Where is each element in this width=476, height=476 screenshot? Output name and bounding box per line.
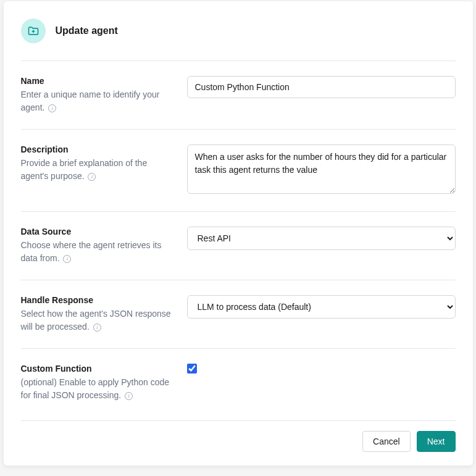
folder-plus-icon (21, 19, 46, 43)
custom-function-help: (optional) Enable to apply Python code f… (21, 376, 172, 402)
modal-header: Update agent (21, 19, 456, 43)
description-input[interactable] (187, 144, 456, 194)
cancel-button[interactable]: Cancel (362, 431, 411, 452)
description-section: Description Provide a brief explanation … (21, 129, 456, 211)
name-help: Enter a unique name to identify your age… (21, 88, 172, 114)
handle-response-select[interactable]: LLM to process data (Default) (187, 295, 456, 319)
data-source-select[interactable]: Rest API (187, 227, 456, 250)
handle-response-help: Select how the agent's JSON response wil… (21, 307, 172, 333)
info-icon[interactable]: i (48, 104, 56, 112)
update-agent-modal: Update agent Name Enter a unique name to… (4, 1, 473, 466)
handle-response-label: Handle Response (21, 295, 172, 305)
name-input[interactable] (187, 76, 456, 98)
handle-response-section: Handle Response Select how the agent's J… (21, 280, 456, 348)
data-source-label: Data Source (21, 227, 172, 236)
name-section: Name Enter a unique name to identify you… (21, 61, 456, 129)
info-icon[interactable]: i (93, 324, 101, 332)
description-help: Provide a brief explanation of the agent… (21, 157, 172, 183)
data-source-help: Choose where the agent retrieves its dat… (21, 239, 172, 265)
data-source-section: Data Source Choose where the agent retri… (21, 211, 456, 280)
modal-footer: Cancel Next (21, 420, 456, 452)
custom-function-checkbox[interactable] (187, 364, 197, 374)
modal-title: Update agent (56, 25, 118, 36)
info-icon[interactable]: i (63, 255, 71, 263)
description-label: Description (21, 144, 172, 154)
custom-function-section: Custom Function (optional) Enable to app… (21, 348, 456, 417)
info-icon[interactable]: i (125, 392, 133, 400)
name-label: Name (21, 76, 172, 86)
info-icon[interactable]: i (88, 173, 96, 181)
next-button[interactable]: Next (417, 431, 456, 452)
custom-function-label: Custom Function (21, 364, 172, 374)
